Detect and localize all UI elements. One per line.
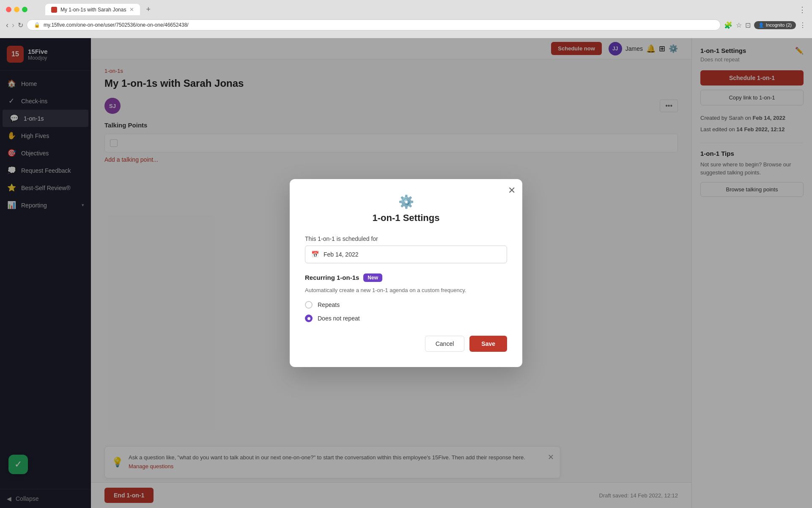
date-input-field[interactable]: 📅 Feb 14, 2022 (305, 246, 507, 263)
extensions-icon[interactable]: 🧩 (724, 21, 732, 29)
traffic-green[interactable] (22, 7, 27, 12)
lock-icon: 🔒 (34, 22, 40, 28)
recurring-title: Recurring 1-on-1s (305, 274, 359, 281)
modal-settings-icon: ⚙️ (305, 194, 507, 209)
radio-does-not-repeat[interactable]: Does not repeat (305, 315, 507, 322)
incognito-label: Incognito (2) (766, 22, 792, 28)
traffic-yellow[interactable] (14, 7, 19, 12)
menu-icon[interactable]: ⋮ (799, 21, 806, 29)
window-controls: ⋮ (798, 5, 806, 14)
bookmark-icon[interactable]: ☆ (736, 21, 742, 29)
back-button[interactable]: ‹ (6, 21, 8, 30)
tab-title: My 1-on-1s with Sarah Jonas (60, 7, 126, 13)
new-tab-button[interactable]: + (143, 3, 154, 16)
url-text: my.15five.com/one-on-one/user/7502536/on… (44, 22, 189, 28)
tab-favicon (51, 7, 57, 13)
traffic-red[interactable] (6, 7, 11, 12)
modal: ✕ ⚙️ 1-on-1 Settings This 1-on-1 is sche… (290, 179, 522, 367)
radio-group: Repeats Does not repeat (305, 301, 507, 322)
modal-title: 1-on-1 Settings (305, 213, 507, 224)
refresh-button[interactable]: ↻ (18, 21, 23, 29)
save-button[interactable]: Save (469, 336, 507, 352)
recurring-row: Recurring 1-on-1s New (305, 273, 507, 282)
modal-close-button[interactable]: ✕ (508, 185, 516, 196)
new-badge: New (363, 273, 382, 282)
date-value: Feb 14, 2022 (324, 251, 359, 258)
browser-chrome: My 1-on-1s with Sarah Jonas ✕ + ⋮ ‹ › ↻ … (0, 0, 812, 38)
radio-circle-does-not-repeat[interactable] (305, 315, 313, 322)
forward-button[interactable]: › (12, 21, 14, 30)
modal-overlay: ✕ ⚙️ 1-on-1 Settings This 1-on-1 is sche… (0, 38, 812, 508)
split-view-icon[interactable]: ⊡ (745, 21, 751, 29)
browser-tab[interactable]: My 1-on-1s with Sarah Jonas ✕ (45, 4, 140, 15)
cancel-button[interactable]: Cancel (425, 336, 465, 352)
close-tab-icon[interactable]: ✕ (129, 6, 134, 13)
modal-actions: Cancel Save (305, 336, 507, 352)
address-bar[interactable]: 🔒 my.15five.com/one-on-one/user/7502536/… (27, 19, 721, 30)
radio-circle-repeats[interactable] (305, 301, 313, 309)
recurring-desc: Automatically create a new 1-on-1 agenda… (305, 286, 507, 295)
radio-repeats[interactable]: Repeats (305, 301, 507, 309)
scheduled-label: This 1-on-1 is scheduled for (305, 235, 507, 242)
calendar-icon: 📅 (311, 251, 319, 258)
address-bar-row: ‹ › ↻ 🔒 my.15five.com/one-on-one/user/75… (0, 16, 812, 34)
incognito-badge[interactable]: 👤Incognito (2) (754, 21, 796, 29)
